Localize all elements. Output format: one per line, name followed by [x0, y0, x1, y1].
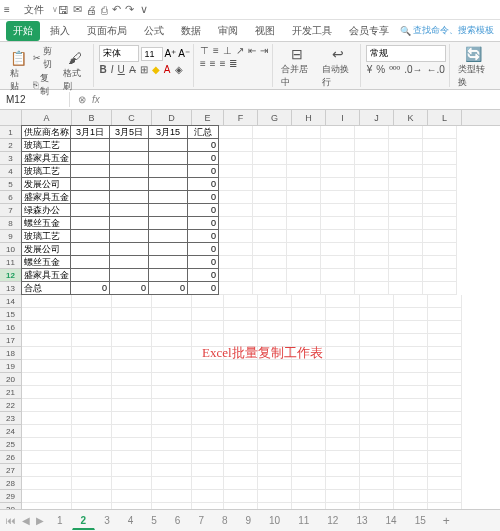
cell[interactable]: 0	[70, 281, 110, 295]
align-bottom-icon[interactable]: ⊥	[222, 45, 233, 56]
col-header-F[interactable]: F	[224, 110, 258, 125]
tab-3[interactable]: 公式	[137, 21, 171, 41]
cell[interactable]	[72, 308, 112, 321]
sheet-tab-7[interactable]: 7	[189, 512, 213, 530]
cell[interactable]	[292, 295, 326, 308]
cell[interactable]	[224, 373, 258, 386]
col-header-B[interactable]: B	[72, 110, 112, 125]
cell[interactable]	[152, 451, 192, 464]
cell[interactable]	[428, 464, 462, 477]
row-header-11[interactable]: 11	[0, 256, 22, 269]
cell[interactable]: 供应商名称	[21, 125, 71, 139]
cell[interactable]	[22, 399, 72, 412]
cell[interactable]: 3月1日	[70, 125, 110, 139]
cell[interactable]	[70, 151, 110, 165]
cell[interactable]	[360, 386, 394, 399]
row-header-8[interactable]: 8	[0, 217, 22, 230]
qat-icon[interactable]: ✉	[73, 3, 82, 16]
cell[interactable]	[394, 477, 428, 490]
cell[interactable]	[219, 126, 253, 139]
tab-7[interactable]: 开发工具	[285, 21, 339, 41]
cell[interactable]: 3月5日	[109, 125, 149, 139]
cell[interactable]	[394, 334, 428, 347]
cell[interactable]	[428, 360, 462, 373]
select-all-corner[interactable]	[0, 110, 22, 125]
cell[interactable]	[326, 347, 360, 360]
row-header-9[interactable]: 9	[0, 230, 22, 243]
cell[interactable]	[423, 191, 457, 204]
cell[interactable]	[72, 477, 112, 490]
cell[interactable]	[258, 373, 292, 386]
save-icon[interactable]: 🖫	[58, 4, 69, 16]
cell[interactable]	[148, 216, 188, 230]
redo-icon[interactable]: ↷	[125, 3, 134, 16]
cell[interactable]	[287, 178, 321, 191]
cell[interactable]	[360, 373, 394, 386]
cell[interactable]	[321, 230, 355, 243]
cell[interactable]	[72, 386, 112, 399]
cell[interactable]	[292, 490, 326, 503]
cell[interactable]	[389, 204, 423, 217]
cell[interactable]	[355, 139, 389, 152]
cell[interactable]	[70, 164, 110, 178]
cell[interactable]	[219, 191, 253, 204]
cell[interactable]	[253, 243, 287, 256]
cell[interactable]	[224, 464, 258, 477]
qat-dropdown-icon[interactable]: ∨	[140, 3, 148, 16]
cell[interactable]	[72, 321, 112, 334]
cell[interactable]	[219, 282, 253, 295]
cell[interactable]	[192, 295, 224, 308]
cell[interactable]	[360, 308, 394, 321]
cell[interactable]	[287, 204, 321, 217]
cell[interactable]	[292, 308, 326, 321]
cell[interactable]	[72, 360, 112, 373]
cell[interactable]	[423, 178, 457, 191]
cell[interactable]: 0	[187, 164, 219, 178]
cell[interactable]	[287, 269, 321, 282]
col-header-L[interactable]: L	[428, 110, 462, 125]
row-header-12[interactable]: 12	[0, 269, 22, 282]
cell[interactable]	[355, 282, 389, 295]
cell[interactable]	[423, 126, 457, 139]
decrease-decimal-icon[interactable]: ←.0	[426, 64, 446, 75]
cell[interactable]	[70, 216, 110, 230]
cell[interactable]	[394, 295, 428, 308]
cell[interactable]	[360, 321, 394, 334]
row-header-25[interactable]: 25	[0, 438, 22, 451]
cell[interactable]	[192, 308, 224, 321]
cell[interactable]	[253, 191, 287, 204]
cell[interactable]	[109, 216, 149, 230]
cell[interactable]	[360, 451, 394, 464]
cell[interactable]	[389, 126, 423, 139]
cell[interactable]	[253, 256, 287, 269]
cell[interactable]	[355, 269, 389, 282]
cell[interactable]	[355, 191, 389, 204]
cell[interactable]	[109, 138, 149, 152]
border-button[interactable]: ⊞	[139, 64, 149, 75]
cell[interactable]	[355, 126, 389, 139]
cell[interactable]	[70, 203, 110, 217]
cell[interactable]	[72, 438, 112, 451]
cell[interactable]	[423, 230, 457, 243]
cell[interactable]	[70, 229, 110, 243]
cell[interactable]	[109, 229, 149, 243]
cell[interactable]	[389, 178, 423, 191]
row-header-28[interactable]: 28	[0, 477, 22, 490]
cell[interactable]	[258, 399, 292, 412]
undo-icon[interactable]: ↶	[112, 3, 121, 16]
cell[interactable]	[258, 464, 292, 477]
cell[interactable]	[428, 399, 462, 412]
row-header-24[interactable]: 24	[0, 425, 22, 438]
cell[interactable]	[112, 386, 152, 399]
print-icon[interactable]: 🖨	[86, 4, 97, 16]
cell[interactable]	[321, 217, 355, 230]
cell[interactable]	[360, 360, 394, 373]
cell[interactable]	[148, 268, 188, 282]
cell[interactable]	[428, 295, 462, 308]
cell[interactable]	[360, 490, 394, 503]
cell[interactable]	[72, 399, 112, 412]
indent-left-icon[interactable]: ⇤	[247, 45, 257, 56]
cell[interactable]: 0	[187, 138, 219, 152]
cell[interactable]	[72, 295, 112, 308]
cell[interactable]: 0	[187, 190, 219, 204]
